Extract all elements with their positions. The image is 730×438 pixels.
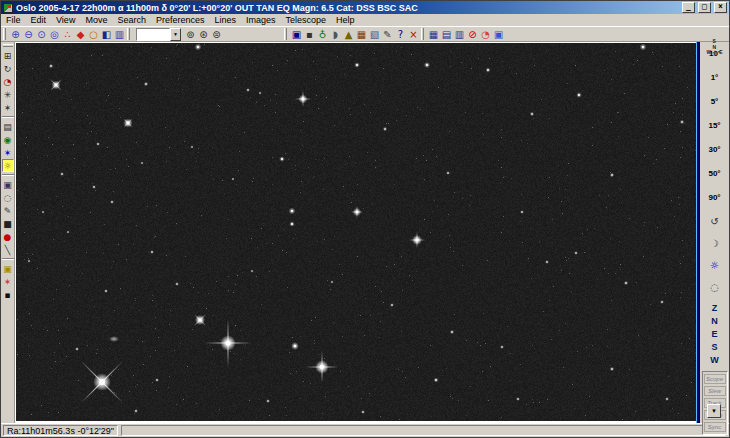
deep-sky-objects-icon[interactable]: ◉ [2, 133, 14, 146]
direction-button-z[interactable]: Z [712, 303, 718, 314]
toolbar: ⊕⊖⊙◎∴◆○◧▥ ▼ ⊚⊛⊜ ▣▪♁◗▲▦▧✎?× ▦▤▥⊘◔▣ [1, 26, 729, 42]
menu-telescope[interactable]: Telescope [281, 14, 332, 26]
measure-distance-icon[interactable]: ╲ [2, 243, 14, 256]
zoom-selection-icon[interactable]: ⊙ [35, 28, 48, 41]
more-stars-icon[interactable]: ✳ [2, 88, 14, 101]
object-identify-icon[interactable]: ○ [87, 28, 100, 41]
grid-equatorial-icon[interactable]: ▦ [427, 28, 440, 41]
menu-search[interactable]: Search [112, 14, 151, 26]
grid-toggle-icon[interactable]: ◌ [2, 191, 14, 204]
default-view-icon[interactable]: ▪ [303, 28, 316, 41]
chevron-down-icon[interactable]: ▼ [170, 28, 181, 41]
constellation-lines-icon[interactable]: ✶ [2, 146, 14, 159]
toolbar-grip[interactable] [421, 28, 424, 40]
config-window-icon[interactable]: ▣ [492, 28, 505, 41]
maximize-button[interactable]: □ [698, 2, 711, 13]
right-toolbar: N W E S ✛ 10'1°5°15°30°50°90° ↺☽☼◌ ZNESW… [700, 42, 729, 423]
draw-line-icon[interactable]: ✎ [2, 204, 14, 217]
star-filter-icon[interactable]: ∴ [61, 28, 74, 41]
telescope-disconnected-icon[interactable]: ⊘ [466, 28, 479, 41]
titlebar: Oslo 2005-4-17 22h00m α 11h00m δ 0°20' L… [1, 1, 729, 14]
fov-button-15[interactable]: 15° [708, 119, 720, 132]
zoom-in-icon[interactable]: ⊕ [9, 28, 22, 41]
scroll-down-arrow[interactable]: ▼ [707, 404, 721, 418]
asteroid-search-icon[interactable]: ✶ [2, 275, 14, 288]
telescope-slew-button[interactable]: Slew [704, 386, 726, 396]
menu-help[interactable]: Help [331, 14, 360, 26]
sun-position-icon[interactable]: ☼ [710, 259, 719, 273]
left-toolbar-separator [2, 174, 14, 176]
image-background-icon[interactable]: ▧ [368, 28, 381, 41]
calendar-icon[interactable]: ▦ [355, 28, 368, 41]
save-chart-icon[interactable]: ▣ [290, 28, 303, 41]
chart-mirror-icon[interactable]: ⊞ [2, 49, 14, 62]
toolbar-file-group: ▣▪♁◗▲▦▧✎?× [290, 28, 420, 41]
fov-button-1[interactable]: 1° [711, 71, 719, 84]
telescope-scope-button[interactable]: Scope [704, 374, 726, 384]
close-chart-icon[interactable]: × [407, 28, 420, 41]
compass-south-label: S [713, 38, 716, 44]
grid-altaz-icon[interactable]: ▤ [440, 28, 453, 41]
fov-button-90[interactable]: 90° [708, 191, 720, 204]
app-window: Oslo 2005-4-17 22h00m α 11h00m δ 0°20' L… [0, 0, 730, 438]
fov-button-5[interactable]: 5° [711, 95, 719, 108]
save-image-icon[interactable]: ▣ [2, 262, 14, 275]
menu-images[interactable]: Images [241, 14, 281, 26]
fewer-stars-icon[interactable]: ✶ [2, 101, 14, 114]
direction-button-list: ZNESW [710, 303, 719, 368]
zoom-out-icon[interactable]: ⊖ [22, 28, 35, 41]
help-icon[interactable]: ? [394, 28, 407, 41]
telescope-button-group: ScopeSlewTrackZoomSync [702, 371, 728, 435]
labels-toggle-icon[interactable]: ▣ [2, 178, 14, 191]
telescope-sync-button[interactable]: Sync [704, 422, 726, 432]
fov-button-30[interactable]: 30° [708, 143, 720, 156]
moon-phase-icon[interactable]: ☽ [710, 237, 719, 251]
center-position-icon[interactable]: ⊜ [210, 28, 223, 41]
object-track-icon[interactable]: ↺ [710, 215, 718, 229]
menu-file[interactable]: File [1, 14, 26, 26]
direction-button-e[interactable]: E [711, 329, 717, 340]
edit-notes-icon[interactable]: ✎ [381, 28, 394, 41]
mark-object-icon[interactable]: ● [2, 230, 14, 243]
compass-cross-icon: ✛ [713, 49, 718, 56]
menu-move[interactable]: Move [80, 14, 112, 26]
chart-rotate-icon[interactable]: ↻ [2, 62, 14, 75]
grid-galactic-icon[interactable]: ▥ [453, 28, 466, 41]
menu-lines[interactable]: Lines [209, 14, 241, 26]
minimize-button[interactable]: _ [682, 2, 695, 13]
misc-tool-icon[interactable]: ▪ [2, 288, 14, 301]
toolbar-grip[interactable] [3, 28, 6, 40]
toolbar-search-group: ⊚⊛⊜ [184, 28, 223, 41]
app-icon [3, 3, 13, 13]
chart-legend-icon[interactable]: ▥ [113, 28, 126, 41]
toolbar-grip[interactable] [284, 28, 287, 40]
search-input[interactable] [136, 28, 170, 41]
sky-background-icon[interactable]: ☼ [2, 159, 14, 172]
dark-frame-icon[interactable]: ■ [2, 217, 14, 230]
toolbar-grip[interactable] [127, 28, 130, 40]
menu-preferences[interactable]: Preferences [151, 14, 210, 26]
direction-button-n[interactable]: N [711, 316, 718, 327]
direction-button-s[interactable]: S [711, 342, 717, 353]
sky-canvas[interactable] [16, 43, 696, 421]
menu-edit[interactable]: Edit [26, 14, 52, 26]
direction-button-w[interactable]: W [710, 355, 719, 366]
zoom-default-icon[interactable]: ◎ [48, 28, 61, 41]
realtime-clock-icon[interactable]: ◔ [479, 28, 492, 41]
horizon-scene-icon[interactable]: ▲ [342, 28, 355, 41]
north-indicator-icon[interactable]: ◆ [74, 28, 87, 41]
ecliptic-toggle-icon[interactable]: ◌ [710, 281, 719, 295]
left-toolbar-separator [2, 258, 14, 260]
close-button[interactable]: × [714, 2, 727, 13]
menu-view[interactable]: View [51, 14, 80, 26]
observatory-icon[interactable]: ♁ [316, 28, 329, 41]
left-toolbar-grip[interactable] [3, 44, 13, 47]
fov-button-50[interactable]: 50° [708, 167, 720, 180]
find-object-icon[interactable]: ⊛ [197, 28, 210, 41]
sky-chart[interactable] [15, 42, 696, 423]
clock-icon[interactable]: ◔ [2, 75, 14, 88]
print-icon[interactable]: ▤ [2, 120, 14, 133]
search-binoculars-icon[interactable]: ⊚ [184, 28, 197, 41]
night-vision-icon[interactable]: ◧ [100, 28, 113, 41]
pan-hand-icon[interactable]: ◗ [329, 28, 342, 41]
